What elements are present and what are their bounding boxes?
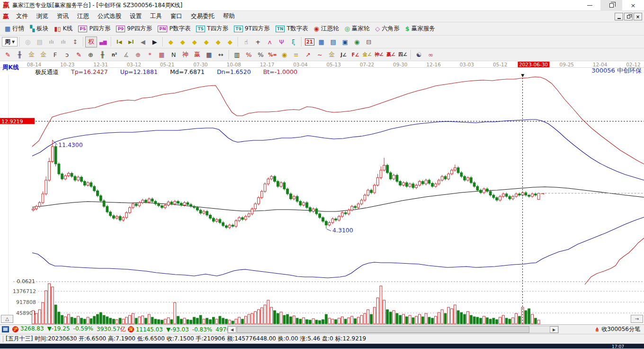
volume-bar[interactable] [306,320,308,324]
ying-tool-button[interactable]: 赢 [191,49,203,60]
candle[interactable] [499,196,501,200]
volume-bar[interactable] [290,317,292,324]
draw-pen2-button[interactable]: ✎ [73,49,85,60]
volume-bar[interactable] [325,314,327,324]
candle[interactable] [515,194,518,196]
minimize-button[interactable] [579,0,600,11]
f-angle-button[interactable]: F∠ [349,49,361,60]
quotes-button[interactable]: ▦行情 [2,23,27,35]
volume-bar[interactable] [35,313,37,324]
candle[interactable] [383,165,385,170]
candle[interactable] [360,200,363,204]
gold-lines-button[interactable]: ≡ [290,49,302,60]
candle[interactable] [225,226,228,228]
volume-bar[interactable] [280,312,282,324]
candle[interactable] [338,216,340,220]
yinyang-button[interactable]: ☯ [413,49,425,60]
minute-chart-button[interactable]: ◎ [22,37,34,47]
volume-bar[interactable] [151,317,153,324]
volume-bar[interactable] [148,314,150,324]
volume-bar[interactable] [87,317,89,324]
volume-bar[interactable] [409,315,411,324]
candle[interactable] [109,212,112,216]
first-page-button[interactable]: I◀ [113,37,125,47]
volume-bar[interactable] [512,318,514,324]
volume-bar[interactable] [158,320,160,324]
9p-square-button[interactable]: P99P四方形 [113,23,155,35]
candle[interactable] [71,173,73,176]
volume-bar[interactable] [389,312,392,324]
candle[interactable] [389,173,392,179]
candle[interactable] [258,198,260,204]
candle[interactable] [260,192,263,198]
candle[interactable] [203,211,205,213]
volume-bar[interactable] [367,310,369,324]
angle-tool-button[interactable]: ∡ [120,49,132,60]
volume-bar[interactable] [177,316,179,324]
volume-bar[interactable] [99,312,102,324]
candle[interactable] [90,183,92,186]
volume-bar[interactable] [77,316,80,324]
candle[interactable] [48,161,51,180]
candle[interactable] [183,202,186,205]
candle[interactable] [132,204,134,208]
candle[interactable] [473,183,475,186]
candle[interactable] [367,190,369,195]
volume-bar[interactable] [251,313,253,324]
volume-bar[interactable] [113,319,115,324]
candle[interactable] [528,195,530,197]
volume-bar[interactable] [537,320,540,324]
candle[interactable] [444,176,447,179]
candle[interactable] [315,209,318,214]
volume-bar[interactable] [312,319,314,324]
volume-bar[interactable] [264,305,266,324]
candle[interactable] [61,174,63,179]
candle[interactable] [97,191,99,196]
volume-bar[interactable] [90,319,92,324]
candle[interactable] [341,212,343,216]
volume-bar[interactable] [531,314,534,324]
candle[interactable] [405,183,408,186]
candle[interactable] [325,221,327,225]
candle[interactable] [464,176,466,180]
candle[interactable] [376,178,379,185]
candle[interactable] [428,180,430,184]
spiral-tool-button[interactable]: ɔ [61,49,73,60]
info-panel-button[interactable]: ▤ [34,37,45,47]
candle[interactable] [38,202,41,206]
volume-bar[interactable] [174,303,176,324]
volume-bar[interactable] [483,316,485,324]
candle[interactable] [99,196,102,201]
gann-grid-button[interactable]: ▦ [156,49,168,60]
candle[interactable] [254,204,257,209]
volume-bar[interactable] [286,314,289,324]
volume-bar[interactable] [219,316,221,324]
candle[interactable] [435,184,437,186]
kline-button[interactable]: ▮▯K线 [51,23,75,35]
volume-bar[interactable] [106,317,108,324]
volume-bar[interactable] [438,312,440,324]
volume-bar[interactable] [212,317,215,324]
next-page-button[interactable]: ▶ [149,37,161,47]
volume-bar[interactable] [42,303,44,324]
volume-bar[interactable] [464,314,466,324]
volume-bar[interactable] [383,300,385,324]
candle[interactable] [148,199,150,202]
volume-bar[interactable] [435,316,437,324]
volume-bar[interactable] [428,317,430,324]
hexagon-button[interactable]: ◇六角形 [372,23,402,35]
last-page-button[interactable]: ▶I [125,37,137,47]
volume-bar[interactable] [415,316,418,324]
volume-bar[interactable] [399,315,402,324]
volume-bar[interactable] [534,318,537,324]
mdi-minimize-button[interactable] [615,13,623,20]
candle[interactable] [402,183,405,185]
candle[interactable] [299,202,302,205]
volume-bar[interactable] [270,307,273,324]
menu-item-文件[interactable]: 文件 [12,11,32,22]
candle[interactable] [386,165,389,173]
candle[interactable] [228,225,231,228]
candle[interactable] [512,196,514,199]
candle[interactable] [380,170,382,178]
candle[interactable] [331,219,334,222]
